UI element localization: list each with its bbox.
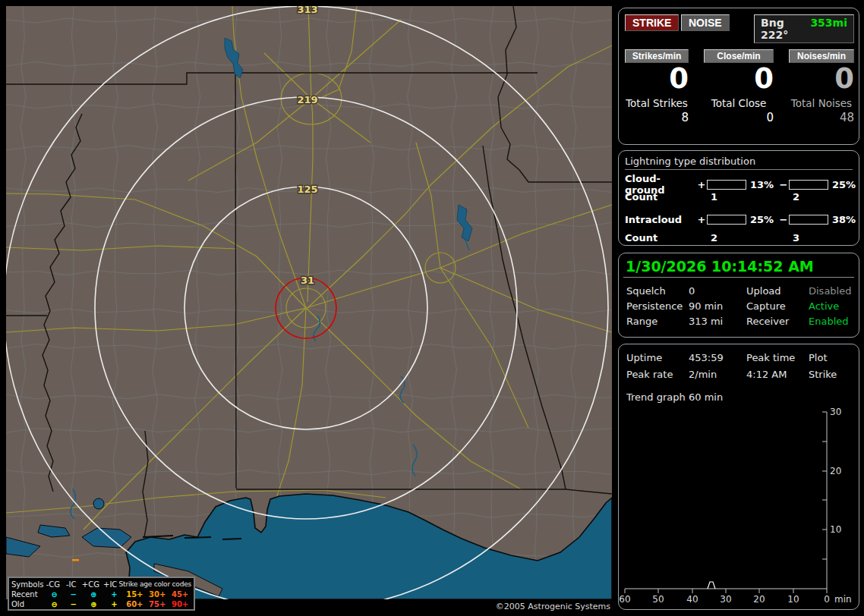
squelch-label: Squelch [626,285,689,297]
count-label: Count [625,191,696,203]
squelch-value: 0 [689,285,746,297]
recent-neg-ic-icon: − [65,589,83,599]
distribution-title: Lightning type distribution [625,156,853,170]
count-label: Count [625,232,696,244]
age-15: 15+ [123,589,146,599]
intracloud-row: Intracloud + 25% − 38% [625,214,854,225]
total-close-label: Total Close [704,97,774,109]
total-strikes-value: 8 [625,111,689,124]
map-canvas: 313 219 125 31 [6,6,612,599]
close-per-min-button[interactable]: Close/min [704,49,774,63]
capture-status: Active [809,300,854,312]
legend-col-pos-ic: +IC [102,580,119,589]
upload-label: Upload [746,285,809,297]
aged-neg-ic-strike-marker [72,559,79,561]
counter-columns: Strikes/min 0 Total Strikes 8 Close/min … [625,49,854,124]
xtick-50: 50 [652,594,664,605]
ic-minus-count: 3 [789,232,828,244]
strike-tab-button[interactable]: STRIKE [625,14,679,31]
old-pos-ic-icon: + [105,599,123,609]
old-neg-cg-icon: ⊖ [45,599,65,609]
close-column: Close/min 0 Total Close 0 [704,49,774,124]
total-strikes-label: Total Strikes [625,97,689,109]
ring-label-125: 125 [297,184,317,195]
bearing-value: Bng 222° [761,17,810,41]
legend-col-pos-cg: +CG [80,580,102,589]
status-row: Squelch 0 Upload Disabled [626,285,854,297]
cg-minus-pct: 25% [828,179,860,190]
total-close-value: 0 [704,111,774,124]
legend-col-neg-cg: -CG [43,580,62,589]
divider [623,277,854,278]
cg-plus-pct: 13% [746,179,778,190]
age-90: 90+ [169,599,191,609]
range-value: 313 mi [689,316,746,327]
xtick-60: 60 [619,594,630,605]
legend-recent-label: Recent [11,589,45,599]
age-60: 60+ [123,599,146,609]
radar-map[interactable]: 313 219 125 31 [6,6,612,599]
noises-per-min-button[interactable]: Noises/min [789,49,854,63]
age-45: 45+ [169,589,191,599]
symbol-legend: Symbols -CG -IC +CG +IC Strike age color… [8,577,195,611]
close-rate-value: 0 [704,63,774,96]
bearing-range-value: 353mi [810,17,847,41]
receiver-status: Enabled [809,316,854,327]
ic-plus-bar [707,215,746,225]
ic-plus-count: 2 [707,232,746,244]
trend-axes [625,412,827,593]
cg-minus-count: 2 [789,191,828,203]
persistence-label: Persistence [626,300,689,312]
capture-label: Capture [746,300,809,312]
legend-old-row: Old ⊖ − ⊕ + 60+ 75+ 90+ [11,599,191,609]
old-neg-ic-icon: − [65,599,83,609]
old-pos-cg-icon: ⊕ [83,599,106,609]
upload-status: Disabled [809,285,854,297]
legend-old-label: Old [11,599,45,609]
xtick-20: 20 [753,594,765,605]
ytick-20: 20 [830,466,841,476]
recent-pos-cg-icon: ⊕ [83,589,106,599]
strikes-column: Strikes/min 0 Total Strikes 8 [625,49,689,124]
plus-sign: + [696,214,707,225]
intracloud-label: Intracloud [625,214,696,225]
lightning-distribution-panel: Lightning type distribution Cloud-ground… [618,150,859,246]
legend-recent-row: Recent ⊖ − ⊕ + 15+ 30+ 45+ [11,589,191,599]
age-75: 75+ [146,599,169,609]
xtick-10: 10 [787,594,799,605]
recent-pos-ic-icon: + [105,589,123,599]
ytick-10: 10 [830,524,841,535]
receiver-label: Receiver [746,316,809,327]
status-row: Persistence 90 min Capture Active [626,300,854,312]
cg-plus-bar [707,180,746,190]
xtick-30: 30 [720,594,731,605]
ring-label-219: 219 [297,94,317,105]
minus-sign: − [778,214,789,225]
recent-neg-cg-icon: ⊖ [45,589,65,599]
trend-series-line [708,582,715,589]
noises-rate-value: 0 [789,63,854,96]
cg-plus-count: 1 [707,191,746,203]
ring-label-313: 313 [297,6,317,15]
age-30: 30+ [146,589,169,599]
ring-label-31: 31 [301,275,314,286]
total-noises-label: Total Noises [789,97,854,109]
plus-sign: + [696,179,707,190]
xtick-40: 40 [686,594,698,605]
ytick-30: 30 [830,407,841,417]
datetime-display: 1/30/2026 10:14:52 AM [626,258,814,275]
legend-age-header: Strike age color codes [119,580,191,589]
status-row: Range 313 mi Receiver Enabled [626,316,854,327]
legend-col-neg-ic: -IC [62,580,80,589]
ic-plus-pct: 25% [746,214,778,225]
intracloud-count-row: Count 2 3 [625,232,854,244]
noises-column: Noises/min 0 Total Noises 48 [789,49,854,124]
total-noises-value: 48 [789,111,854,124]
trend-graph: 30 20 10 60 50 40 30 20 10 0 min [619,344,859,609]
cloud-ground-count-row: Count 1 2 [625,191,854,203]
strikes-per-min-button[interactable]: Strikes/min [625,49,689,63]
session-panel: Uptime 453:59 Peak time Plot Peak rate 2… [618,344,859,610]
status-panel: 1/30/2026 10:14:52 AM Squelch 0 Upload D… [618,253,859,338]
counters-panel: STRIKE NOISE Bng 222° 353mi Strikes/min … [618,8,859,145]
noise-tab-button[interactable]: NOISE [681,14,730,31]
